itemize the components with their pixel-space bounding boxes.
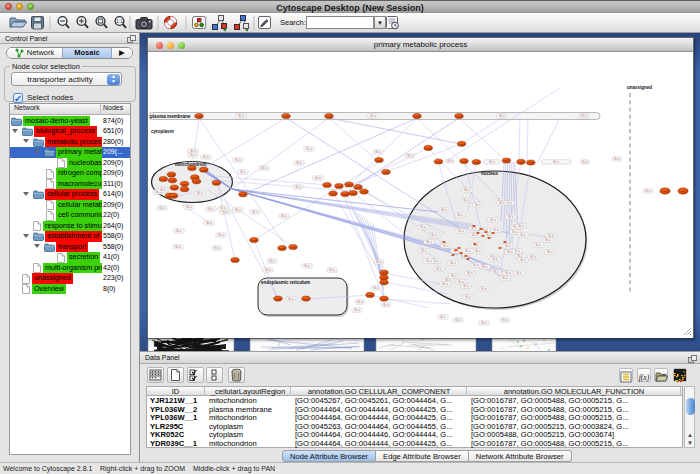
svg-text:YBR..: YBR.. [181, 188, 188, 191]
svg-text:endoplasmic reticulum: endoplasmic reticulum [261, 280, 310, 285]
svg-text:G..s: G..s [492, 257, 498, 261]
svg-text:unassigned: unassigned [627, 85, 652, 90]
svg-text:G..s: G..s [502, 276, 508, 280]
svg-text:G..s: G..s [520, 258, 526, 262]
svg-text:YBR..: YBR.. [680, 190, 687, 193]
svg-text:G..s: G..s [441, 208, 447, 212]
svg-text:G..s: G..s [240, 170, 246, 174]
svg-text:YBR..: YBR.. [232, 259, 239, 262]
svg-text:G..s: G..s [206, 221, 212, 225]
svg-text:G..s: G..s [463, 284, 469, 288]
svg-text:cytoplasm: cytoplasm [151, 129, 174, 134]
svg-text:G..s: G..s [507, 250, 513, 254]
svg-text:G..s: G..s [436, 267, 442, 271]
svg-text:G..s: G..s [581, 114, 587, 118]
svg-text:YBR..: YBR.. [240, 193, 247, 196]
svg-text:G..s: G..s [505, 244, 511, 248]
svg-text:YBR..: YBR.. [324, 184, 331, 187]
svg-text:G..s: G..s [545, 238, 551, 242]
svg-text:G..s: G..s [490, 218, 496, 222]
svg-text:YBR..: YBR.. [290, 246, 297, 249]
svg-text:YBR..: YBR.. [383, 171, 390, 174]
svg-text:G..s: G..s [431, 233, 437, 237]
svg-text:YBR..: YBR.. [381, 298, 388, 301]
svg-text:YBR..: YBR.. [213, 182, 220, 185]
svg-text:YBR..: YBR.. [350, 192, 357, 195]
svg-text:G..s: G..s [505, 271, 511, 275]
svg-text:G..s: G..s [458, 229, 464, 233]
svg-text:nucleus: nucleus [481, 171, 499, 176]
svg-text:G..s: G..s [451, 274, 457, 278]
svg-text:G..s: G..s [442, 282, 448, 286]
svg-text:G..s: G..s [370, 114, 376, 118]
svg-text:G..s: G..s [463, 198, 469, 202]
svg-text:YBR..: YBR.. [458, 143, 465, 146]
svg-text:G..s: G..s [203, 155, 209, 159]
svg-text:G..s: G..s [455, 318, 461, 322]
svg-text:G..s: G..s [493, 228, 499, 232]
svg-text:G..s: G..s [222, 210, 228, 214]
svg-text:YBR..: YBR.. [425, 147, 432, 150]
svg-text:G..s: G..s [481, 287, 487, 291]
svg-text:YBR..: YBR.. [169, 179, 176, 182]
svg-text:G..s: G..s [375, 150, 381, 154]
svg-text:YBR..: YBR.. [189, 167, 196, 170]
svg-text:G..s: G..s [373, 286, 379, 290]
svg-text:G..s: G..s [457, 213, 463, 217]
svg-text:G..s: G..s [450, 261, 456, 265]
svg-text:YBR..: YBR.. [473, 161, 480, 164]
svg-text:G..s: G..s [304, 264, 310, 268]
svg-text:G..s: G..s [281, 214, 287, 218]
svg-text:G..s: G..s [315, 176, 321, 180]
svg-text:YBR..: YBR.. [381, 276, 388, 279]
svg-text:YBR..: YBR.. [251, 239, 258, 242]
svg-text:G..s: G..s [357, 300, 363, 304]
svg-text:YBR..: YBR.. [196, 115, 203, 118]
svg-text:G..s: G..s [516, 271, 522, 275]
svg-text:G..s: G..s [475, 203, 481, 207]
svg-text:G..s: G..s [645, 189, 651, 193]
svg-text:G..s: G..s [175, 245, 181, 249]
svg-text:G..s: G..s [296, 161, 302, 165]
svg-text:YBR..: YBR.. [336, 185, 343, 188]
svg-text:G..s: G..s [467, 271, 473, 275]
svg-text:G..s: G..s [493, 270, 499, 274]
svg-text:G..s: G..s [502, 318, 508, 322]
svg-text:YBR..: YBR.. [381, 281, 388, 284]
svg-text:G..s: G..s [464, 188, 470, 192]
svg-text:YBR..: YBR.. [170, 195, 177, 198]
svg-text:G..s: G..s [220, 206, 226, 210]
svg-text:YBR..: YBR.. [326, 115, 333, 118]
svg-text:YBR..: YBR.. [414, 115, 421, 118]
svg-text:G..s: G..s [261, 166, 267, 170]
svg-text:YBR..: YBR.. [160, 178, 167, 181]
svg-text:G..s: G..s [426, 240, 432, 244]
svg-text:G..s: G..s [354, 308, 360, 312]
svg-text:YBR..: YBR.. [193, 180, 200, 183]
svg-text:G..s: G..s [520, 233, 526, 237]
svg-text:G..s: G..s [530, 255, 536, 259]
svg-text:G..s: G..s [499, 114, 505, 118]
svg-text:G..s: G..s [547, 250, 553, 254]
svg-text:YBR..: YBR.. [435, 160, 442, 163]
svg-text:G..s: G..s [473, 263, 479, 267]
svg-text:YBR..: YBR.. [381, 271, 388, 274]
svg-text:G..s: G..s [208, 207, 214, 211]
svg-text:G..s: G..s [553, 160, 559, 164]
svg-text:G..s: G..s [176, 229, 182, 233]
svg-text:G..s: G..s [197, 191, 203, 195]
svg-text:G..s: G..s [288, 297, 294, 301]
svg-text:YBR..: YBR.. [346, 183, 353, 186]
svg-text:G..s: G..s [306, 147, 312, 151]
svg-text:G..s: G..s [582, 160, 588, 164]
svg-text:G..s: G..s [218, 233, 224, 237]
svg-text:YBR..: YBR.. [330, 192, 337, 195]
svg-text:G..s: G..s [265, 268, 271, 272]
svg-text:1:1: 1:1 [116, 18, 123, 24]
svg-text:YBR..: YBR.. [171, 187, 178, 190]
svg-text:G..s: G..s [443, 244, 449, 248]
svg-text:G..s: G..s [465, 295, 471, 299]
svg-text:G..s: G..s [252, 210, 258, 214]
svg-text:G..s: G..s [535, 243, 541, 247]
svg-text:G..s: G..s [159, 206, 165, 210]
